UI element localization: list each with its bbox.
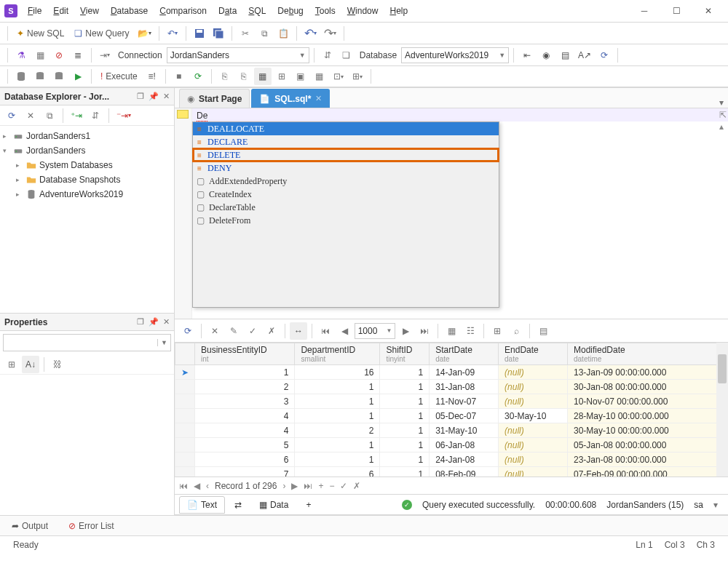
pager-last[interactable]: ⏭ <box>304 481 312 491</box>
db2-icon[interactable] <box>31 68 49 85</box>
tree-server-1[interactable]: ▸JordanSanders1 <box>0 129 174 143</box>
tabs-menu-icon[interactable]: ▾ <box>715 97 728 108</box>
pager-prevx[interactable]: ‹ <box>206 481 209 491</box>
menu-edit[interactable]: Edit <box>49 4 73 18</box>
table-row[interactable]: 42131-May-10(null)30-May-10 00:00:00.000 <box>175 423 728 438</box>
db-new-icon[interactable]: ❏ <box>338 47 355 64</box>
execute-button[interactable]: !Execute <box>96 68 142 85</box>
res-refresh-icon[interactable]: ⟳ <box>179 322 197 340</box>
align-icon[interactable]: ⇤ <box>518 47 536 64</box>
output-panel-button[interactable]: ➦Output <box>7 517 52 535</box>
view-card-icon[interactable]: ☷ <box>462 322 479 340</box>
table-row[interactable]: 51106-Jan-08(null)05-Jan-08 00:00:00.000 <box>175 438 728 453</box>
save-button[interactable] <box>191 25 208 42</box>
results-grid[interactable]: BusinessEntityIDint DepartmentIDsmallint… <box>175 343 728 477</box>
snapshot-icon[interactable]: ◉ <box>537 47 555 64</box>
menu-file[interactable]: File <box>23 4 46 18</box>
result-tab-data[interactable]: ▦Data <box>251 496 296 514</box>
menu-debug[interactable]: Debug <box>273 4 307 18</box>
res-export-icon[interactable]: ▤ <box>534 322 552 340</box>
table-row[interactable]: 61124-Jan-08(null)23-Jan-08 00:00:00.000 <box>175 453 728 467</box>
table-row[interactable]: 21131-Jan-08(null)30-Jan-08 00:00:00.000 <box>175 380 728 394</box>
repo-icon[interactable]: ▦ <box>31 47 49 64</box>
view-pivot-icon[interactable]: ⊞ <box>488 322 506 340</box>
table-row[interactable]: 76108-Feb-09(null)07-Feb-09 00:00:00.000 <box>175 467 728 478</box>
props-pin-icon[interactable]: 📌 <box>149 317 159 327</box>
font-a-icon[interactable]: A↗ <box>575 47 594 64</box>
new-sql-button[interactable]: ✦New SQL <box>12 25 68 42</box>
explorer-remove-icon[interactable]: ⁻⇥▾ <box>114 107 134 124</box>
ac-createindex[interactable]: ▢CreateIndex <box>193 188 499 201</box>
pager-ok[interactable]: ✓ <box>340 481 347 491</box>
window-maximize[interactable]: ☐ <box>665 4 687 18</box>
db1-icon[interactable] <box>12 68 30 85</box>
props-az-icon[interactable]: A↓ <box>22 356 39 373</box>
res-prev-icon[interactable]: ◀ <box>336 322 353 340</box>
tab-sql[interactable]: 📄SQL.sql*✕ <box>251 89 330 108</box>
img-icon[interactable]: ▣ <box>292 68 309 85</box>
res-discard-icon[interactable]: ✗ <box>263 322 280 340</box>
save-all-button[interactable] <box>210 25 227 42</box>
panel-pin-icon[interactable]: 📌 <box>149 92 159 101</box>
explorer-add-icon[interactable]: ⁺⇥ <box>68 107 85 124</box>
menu-comparison[interactable]: Comparison <box>155 4 211 18</box>
ac-delete[interactable]: ≡DELETE <box>193 148 499 162</box>
res-last-icon[interactable]: ⏭ <box>416 322 433 340</box>
cut-button[interactable]: ✂ <box>237 25 254 42</box>
tree-server-2[interactable]: ▾JordanSanders <box>0 143 174 158</box>
panel-close-icon[interactable]: ✕ <box>163 92 170 101</box>
refresh-exec-icon[interactable]: ⟳ <box>189 68 207 85</box>
res-apply-icon[interactable]: ✓ <box>244 322 261 340</box>
props-cat-icon[interactable]: ⊞ <box>3 356 20 373</box>
window-minimize[interactable]: ─ <box>633 4 655 18</box>
props-close-icon[interactable]: ✕ <box>163 317 170 327</box>
table-row[interactable]: 41105-Dec-0730-May-1028-May-10 00:00:00.… <box>175 409 728 423</box>
run-button[interactable]: ▶ <box>69 68 87 85</box>
ac-deallocate[interactable]: ≡DEALLOCATE <box>193 122 499 135</box>
grid-icon[interactable]: ▤ <box>556 47 574 64</box>
editor-split-icon[interactable]: ⇱ <box>719 110 727 120</box>
sql-editor[interactable]: De ⇱▴ ≡DEALLOCATE ≡DECLARE ≡DELETE ≡DENY… <box>175 108 728 319</box>
menu-window[interactable]: Window <box>343 4 383 18</box>
menu-database[interactable]: Database <box>106 4 152 18</box>
editor-scroll-up-icon[interactable]: ▴ <box>719 121 727 132</box>
step3-icon[interactable]: ▦ <box>254 68 272 85</box>
explorer-delete-icon[interactable]: ✕ <box>22 107 39 124</box>
format-icon[interactable]: ≣ <box>69 47 87 64</box>
copy-button[interactable]: ⧉ <box>256 25 273 42</box>
grid2-icon[interactable]: ▦ <box>311 68 328 85</box>
table-row[interactable]: ➤116114-Jan-09(null)13-Jan-09 00:00:00.0… <box>175 365 728 380</box>
connection-combo[interactable]: JordanSanders▼ <box>167 47 309 63</box>
more1-icon[interactable]: ⊡▾ <box>330 68 347 85</box>
pager-cancel[interactable]: ✗ <box>353 481 360 491</box>
pager-nextx[interactable]: › <box>282 481 285 491</box>
conn-dropdown-icon[interactable]: ⇥▾ <box>96 47 114 64</box>
pager-prev[interactable]: ◀ <box>194 481 200 491</box>
stop-icon[interactable]: ⊘ <box>50 47 68 64</box>
res-autosize-icon[interactable]: ↔ <box>290 322 307 340</box>
redo-button[interactable]: ↷▾ <box>321 25 339 42</box>
ac-declaretable[interactable]: ▢DeclareTable <box>193 201 499 214</box>
menu-view[interactable]: View <box>76 4 103 18</box>
open-button[interactable]: 📂▾ <box>135 25 154 42</box>
page-size-input[interactable]: 1000▼ <box>355 323 395 339</box>
pager-first[interactable]: ⏮ <box>179 481 188 491</box>
menu-data[interactable]: Data <box>214 4 241 18</box>
paste-button[interactable]: 📋 <box>274 25 292 42</box>
ac-addextprop[interactable]: ▢AddExtendedProperty <box>193 175 499 188</box>
window-close[interactable]: ✕ <box>697 4 719 18</box>
exec-opts-icon[interactable]: ≡! <box>143 68 161 85</box>
explorer-copy-icon[interactable]: ⧉ <box>41 107 58 124</box>
table-row[interactable]: 31111-Nov-07(null)10-Nov-07 00:00:00.000 <box>175 394 728 409</box>
more2-icon[interactable]: ⊞▾ <box>349 68 366 85</box>
ac-deletefrom[interactable]: ▢DeleteFrom <box>193 214 499 227</box>
undo-button[interactable]: ↶▾ <box>164 25 181 42</box>
result-tab-text[interactable]: 📄Text <box>179 496 225 514</box>
new-query-button[interactable]: ❑New Query <box>70 25 133 42</box>
error-list-button[interactable]: ⊘Error List <box>64 517 119 535</box>
props-window-icon[interactable]: ❐ <box>137 317 144 327</box>
explorer-filter-icon[interactable]: ⇵ <box>87 107 104 124</box>
tree-system-dbs[interactable]: ▸System Databases <box>0 158 174 172</box>
explorer-refresh-icon[interactable]: ⟳ <box>3 107 20 124</box>
result-tab-swap[interactable]: ⇄ <box>226 496 250 514</box>
